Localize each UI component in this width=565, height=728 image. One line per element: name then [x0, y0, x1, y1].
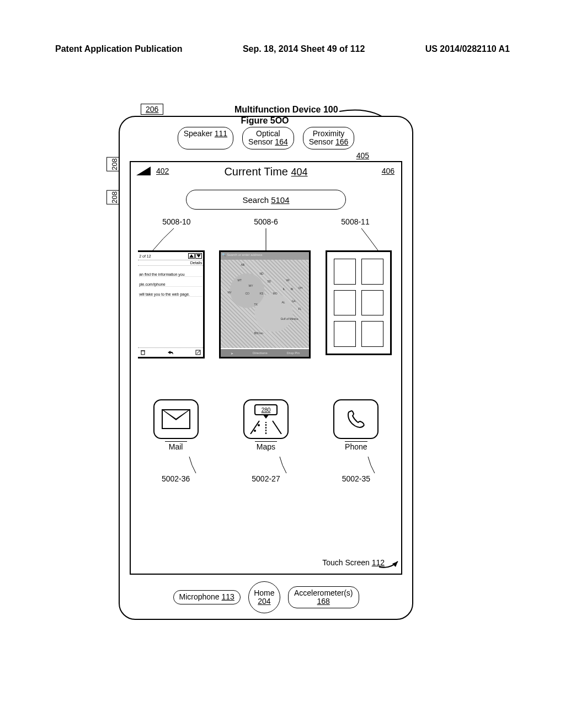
mail-label: Mail — [165, 441, 187, 451]
microphone-label: Microphone 113 — [173, 590, 241, 604]
map-bottom-bar: ➤ Directions Drop Pin — [221, 349, 309, 357]
up-arrow-icon[interactable] — [189, 254, 194, 258]
touch-screen[interactable]: 402 Current Time 404 406 Search 5104 500… — [130, 161, 402, 575]
line3: will take you to the web page. — [139, 292, 202, 297]
card-grid-preview[interactable] — [326, 250, 392, 355]
grid-tile[interactable] — [334, 290, 356, 316]
svg-point-4 — [254, 430, 256, 432]
locate-icon[interactable]: ➤ — [231, 351, 233, 355]
state: IL — [282, 287, 285, 291]
state: WI — [286, 279, 289, 282]
device-bottom-row: Microphone 113 Home 204 Accelerometer(s)… — [120, 581, 412, 613]
device-title: Multifunction Device 100 — [234, 105, 338, 115]
state: SD — [267, 280, 271, 283]
figure-caption: Figure 5OO — [108, 116, 422, 126]
trash-icon[interactable] — [140, 350, 146, 356]
card-left-toolbar — [138, 347, 203, 357]
phone-app[interactable]: Phone — [328, 399, 383, 452]
optical-label1: Optical — [256, 129, 280, 138]
mail-app[interactable]: Mail — [148, 399, 204, 452]
device-body: Speaker 111 Optical Sensor 164 Proximity… — [119, 116, 413, 620]
grid-tile[interactable] — [334, 259, 356, 285]
card-ref-labels: 5008-10 5008-6 5008-11 — [131, 217, 401, 226]
optical-num: 164 — [275, 137, 287, 146]
card-map-preview[interactable]: 🔍 Search or enter address AB ND MT WY SD… — [219, 250, 311, 358]
droppin-tab[interactable]: Drop Pin — [287, 351, 300, 355]
state: ND — [259, 272, 263, 275]
state: MT — [237, 279, 241, 282]
map-region[interactable]: AB ND MT WY SD WI NV CO KS MO IL IN — [221, 260, 309, 348]
speaker-label: Speaker — [184, 129, 212, 138]
state: AB — [241, 263, 244, 266]
mail-icon[interactable] — [153, 399, 199, 439]
ts-arrow-icon — [379, 559, 401, 570]
state: KS — [259, 292, 263, 295]
card-left-count: 2 of 12 — [139, 254, 151, 258]
card-mail-preview[interactable]: 2 of 12 Details an find the information … — [138, 250, 205, 358]
card-left-details[interactable]: Details — [138, 260, 203, 266]
search-field[interactable]: Search 5104 — [186, 190, 346, 210]
proximity-sensor: Proximity Sensor 166 — [303, 127, 355, 149]
ref-404: 404 — [291, 167, 308, 178]
card-leaders — [131, 227, 401, 251]
directions-tab[interactable]: Directions — [253, 351, 268, 355]
ref-5002-36: 5002-36 — [162, 474, 190, 483]
reply-icon[interactable] — [167, 350, 174, 356]
app-icon-row: Mail 280 — [131, 399, 401, 452]
state: IN — [290, 287, 293, 291]
sensor-row: Speaker 111 Optical Sensor 164 Proximity… — [120, 127, 412, 149]
grid-tile[interactable] — [361, 259, 383, 285]
handset-icon — [345, 408, 367, 430]
svg-point-5 — [258, 424, 260, 426]
grid-tile[interactable] — [334, 321, 356, 347]
mic-num: 113 — [222, 592, 234, 601]
ref-5008-6: 5008-6 — [254, 217, 278, 226]
search-label: Search — [242, 195, 269, 205]
map-search[interactable]: 🔍 Search or enter address — [221, 252, 309, 260]
home-text: Home — [254, 589, 274, 597]
card-left-body: an find the information you ple.com/ipho… — [138, 266, 203, 298]
maps-icon[interactable]: 280 — [243, 399, 289, 439]
accelerometer-label: Accelerometer(s) 168 — [288, 586, 359, 609]
maps-label: Maps — [255, 441, 277, 451]
time-text: Current Time — [224, 165, 288, 178]
state: TX — [254, 303, 257, 306]
status-bar: 402 Current Time 404 406 — [131, 165, 401, 182]
phone-label: Phone — [345, 441, 367, 451]
optical-label2: Sensor — [248, 137, 273, 146]
grid-tile[interactable] — [361, 321, 383, 347]
cards-row: 2 of 12 Details an find the information … — [131, 250, 401, 366]
down-arrow-icon[interactable] — [196, 254, 201, 258]
page-header: Patent Application Publication Sep. 18, … — [55, 44, 510, 54]
accel-num: 168 — [317, 597, 330, 606]
map-search-text: Search or enter address — [227, 253, 262, 256]
state: 800 km — [254, 331, 263, 335]
road-icon — [249, 420, 282, 434]
speaker-sensor: Speaker 111 — [178, 127, 233, 149]
state: NV — [227, 291, 231, 294]
speaker-num: 111 — [215, 129, 227, 138]
compose-icon[interactable] — [195, 350, 201, 356]
ref-405: 405 — [356, 151, 369, 160]
route-sign-icon: 280 — [254, 404, 278, 415]
state: OH — [298, 286, 302, 290]
ref-5008-11: 5008-11 — [341, 217, 369, 226]
state: GA — [291, 299, 295, 303]
ref-406: 406 — [382, 167, 395, 175]
ref-206: 206 — [141, 104, 163, 115]
accel-text: Accelerometer(s) — [294, 588, 353, 597]
phone-icon[interactable] — [333, 399, 379, 439]
state: CO — [245, 292, 249, 295]
hdr-center: Sep. 18, 2014 Sheet 49 of 112 — [243, 44, 365, 54]
envelope-icon — [162, 409, 190, 429]
grid-tile[interactable] — [361, 290, 383, 316]
hdr-right: US 2014/0282110 A1 — [425, 44, 510, 54]
ref-5002-35: 5002-35 — [342, 474, 370, 483]
app-leaders — [131, 457, 401, 475]
nav-arrows[interactable] — [188, 253, 202, 259]
ref-5008-10: 5008-10 — [162, 217, 190, 226]
maps-app[interactable]: 280 — [238, 399, 294, 452]
touchscreen-label: Touch Screen 112 — [322, 558, 385, 567]
home-button[interactable]: Home 204 — [248, 581, 280, 613]
prox-label1: Proximity — [313, 129, 345, 138]
